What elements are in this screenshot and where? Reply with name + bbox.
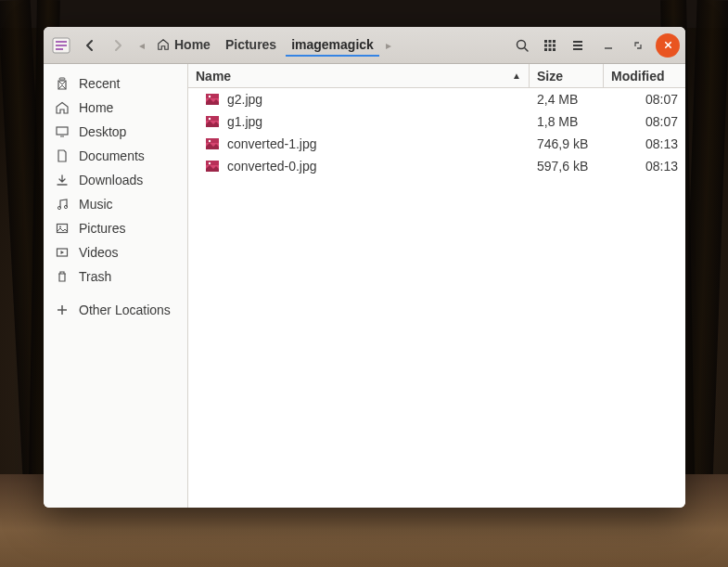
svg-line-5 xyxy=(525,47,529,51)
plus-icon xyxy=(55,303,70,317)
sidebar-item-music[interactable]: Music xyxy=(44,192,187,216)
sidebar-item-label: Desktop xyxy=(79,124,126,139)
sidebar-item-label: Recent xyxy=(79,76,120,91)
column-headers: Name ▲ Size Modified xyxy=(188,64,685,88)
file-row[interactable]: g2.jpg2,4 MB08:07 xyxy=(188,88,685,110)
file-size: 597,6 kB xyxy=(530,159,604,174)
svg-rect-1 xyxy=(56,41,67,43)
search-button[interactable] xyxy=(509,32,535,58)
sidebar-item-label: Downloads xyxy=(79,173,143,187)
breadcrumb-home[interactable]: Home xyxy=(151,34,216,57)
sidebar-item-desktop[interactable]: Desktop xyxy=(44,120,187,144)
svg-rect-6 xyxy=(544,40,547,43)
svg-rect-2 xyxy=(56,45,67,46)
svg-rect-35 xyxy=(206,116,219,121)
column-modified[interactable]: Modified xyxy=(604,64,685,87)
svg-rect-8 xyxy=(553,40,556,43)
sidebar-item-documents[interactable]: Documents xyxy=(44,144,187,168)
home-icon xyxy=(157,38,170,51)
chevron-right-icon: ▸ xyxy=(383,39,394,52)
close-button[interactable] xyxy=(656,33,680,58)
breadcrumb-label: Home xyxy=(174,37,211,52)
svg-rect-38 xyxy=(206,138,219,143)
svg-rect-7 xyxy=(549,40,552,43)
sidebar-item-label: Videos xyxy=(79,245,119,260)
file-name: g1.jpg xyxy=(227,114,262,129)
sidebar-other-locations[interactable]: Other Locations xyxy=(44,298,187,322)
file-row[interactable]: g1.jpg1,8 MB08:07 xyxy=(188,110,685,133)
image-file-icon xyxy=(205,92,220,107)
sidebar-item-downloads[interactable]: Downloads xyxy=(44,168,187,192)
file-size: 1,8 MB xyxy=(530,114,604,129)
svg-point-25 xyxy=(64,205,67,208)
svg-point-24 xyxy=(57,206,60,209)
sidebar-item-recent[interactable]: Recent xyxy=(44,71,187,96)
desktop-icon xyxy=(55,124,70,139)
sidebar-item-videos[interactable]: Videos xyxy=(44,240,187,264)
breadcrumb-imagemagick[interactable]: imagemagick xyxy=(286,34,379,57)
trash-icon xyxy=(55,269,70,284)
file-size: 2,4 MB xyxy=(530,92,604,107)
svg-rect-26 xyxy=(57,225,68,233)
home-icon xyxy=(55,100,70,115)
document-icon xyxy=(55,148,70,163)
file-modified: 08:13 xyxy=(604,159,685,174)
file-row[interactable]: converted-0.jpg597,6 kB08:13 xyxy=(188,155,685,177)
sidebar-item-pictures[interactable]: Pictures xyxy=(44,216,187,240)
minimize-button[interactable] xyxy=(596,33,620,58)
back-button[interactable] xyxy=(77,32,103,58)
svg-rect-32 xyxy=(206,94,219,98)
svg-rect-11 xyxy=(553,44,556,46)
file-row[interactable]: converted-1.jpg746,9 kB08:13 xyxy=(188,133,685,155)
svg-rect-41 xyxy=(206,161,219,165)
svg-rect-21 xyxy=(59,78,65,80)
close-icon xyxy=(663,40,673,50)
svg-rect-3 xyxy=(56,48,63,50)
svg-rect-22 xyxy=(57,127,68,135)
breadcrumb-pictures[interactable]: Pictures xyxy=(220,34,282,57)
grid-icon xyxy=(543,38,557,53)
breadcrumb: ◂ Home Pictures imagemagick ▸ xyxy=(136,34,507,57)
svg-rect-10 xyxy=(549,44,552,46)
search-icon xyxy=(515,38,530,53)
file-name: g2.jpg xyxy=(227,92,262,107)
image-file-icon xyxy=(205,114,220,129)
sidebar-item-label: Other Locations xyxy=(79,303,171,317)
sidebar-item-label: Music xyxy=(79,197,113,212)
file-name: converted-0.jpg xyxy=(227,159,317,174)
clock-icon xyxy=(55,76,70,91)
sidebar: RecentHomeDesktopDocumentsDownloadsMusic… xyxy=(44,64,188,508)
file-size: 746,9 kB xyxy=(530,136,604,151)
hamburger-menu-button[interactable] xyxy=(565,32,591,58)
picture-icon xyxy=(55,221,70,236)
maximize-button[interactable] xyxy=(626,33,650,58)
image-file-icon xyxy=(205,159,220,174)
file-manager-window: ◂ Home Pictures imagemagick ▸ xyxy=(44,27,685,508)
sidebar-item-label: Trash xyxy=(79,269,111,284)
image-file-icon xyxy=(205,136,220,151)
view-grid-button[interactable] xyxy=(537,32,563,58)
sort-asc-icon: ▲ xyxy=(512,71,521,81)
music-icon xyxy=(55,197,70,212)
svg-point-27 xyxy=(59,226,61,228)
svg-rect-14 xyxy=(553,48,556,51)
video-icon xyxy=(55,245,70,260)
sidebar-item-home[interactable]: Home xyxy=(44,96,187,120)
svg-rect-13 xyxy=(549,48,552,51)
file-modified: 08:07 xyxy=(604,92,685,107)
svg-point-36 xyxy=(209,118,211,120)
file-name: converted-1.jpg xyxy=(227,136,317,151)
file-modified: 08:07 xyxy=(604,114,685,129)
breadcrumb-label: imagemagick xyxy=(291,37,374,52)
window-controls xyxy=(596,33,680,58)
column-name[interactable]: Name ▲ xyxy=(188,64,530,87)
chevron-left-icon: ◂ xyxy=(136,39,147,52)
breadcrumb-label: Pictures xyxy=(225,37,276,52)
column-size[interactable]: Size xyxy=(530,64,604,87)
forward-button[interactable] xyxy=(105,32,131,58)
sidebar-item-trash[interactable]: Trash xyxy=(44,264,187,289)
svg-point-42 xyxy=(209,162,211,164)
sidebar-item-label: Documents xyxy=(79,148,145,163)
file-list-pane: Name ▲ Size Modified g2.jpg2,4 MB08:07g1… xyxy=(188,64,685,508)
download-icon xyxy=(55,173,70,187)
